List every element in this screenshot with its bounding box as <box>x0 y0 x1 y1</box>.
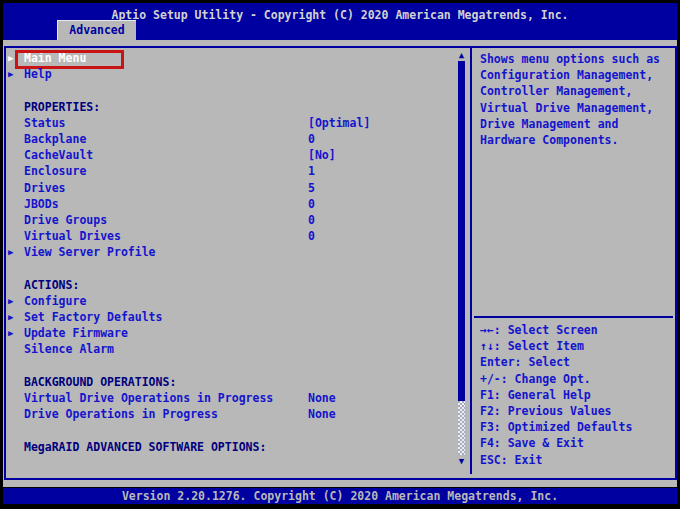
help-text: Shows menu options such as Configuration… <box>480 51 673 148</box>
bios-setup-screen: Aptio Setup Utility - Copyright (C) 2020… <box>0 0 680 509</box>
property-label: Drives <box>24 180 66 196</box>
property-label: Enclosure <box>24 163 86 179</box>
property-row-drive-operations[interactable]: Drive Operations in Progress None <box>8 406 456 422</box>
property-row-enclosure[interactable]: Enclosure 1 <box>8 163 456 179</box>
hotkey-legend: →←: Select Screen ↑↓: Select Item Enter:… <box>474 316 673 468</box>
property-value: 1 <box>308 163 315 179</box>
section-header-megaraid-options: MegaRAID ADVANCED SOFTWARE OPTIONS: <box>8 439 456 455</box>
property-value: 0 <box>308 228 315 244</box>
hotkey-f3-optimized-defaults: F3: Optimized Defaults <box>474 419 673 435</box>
section-label: BACKGROUND OPERATIONS: <box>24 374 176 390</box>
title-bar: Aptio Setup Utility - Copyright (C) 2020… <box>3 3 677 40</box>
property-label: Status <box>24 115 66 131</box>
item-arrow-icon: ▶ <box>8 66 22 82</box>
hotkey-select-item: ↑↓: Select Item <box>474 338 673 354</box>
menu-item-label: View Server Profile <box>24 244 156 260</box>
hotkey-esc-exit: ESC: Exit <box>474 452 673 468</box>
section-header-actions: ACTIONS: <box>8 277 456 293</box>
scroll-down-icon[interactable]: ▼ <box>456 455 467 467</box>
menu-item-label: Configure <box>24 293 86 309</box>
menu-item-view-server-profile[interactable]: ▶ View Server Profile <box>8 244 456 260</box>
help-panel: Shows menu options such as Configuration… <box>472 48 675 478</box>
property-value: None <box>308 406 336 422</box>
menu-item-main-menu[interactable]: ▶ Main Menu <box>8 50 456 66</box>
hotkey-f4-save-exit: F4: Save & Exit <box>474 435 673 451</box>
menu-item-help[interactable]: ▶ Help <box>8 66 456 82</box>
help-text-line: Configuration Management, <box>480 67 673 83</box>
help-text-line: Shows menu options such as <box>480 51 673 67</box>
hotkey-f1-general-help: F1: General Help <box>474 387 673 403</box>
footer-bar: Version 2.20.1276. Copyright (C) 2020 Am… <box>3 488 677 504</box>
tab-advanced[interactable]: Advanced <box>57 20 136 40</box>
hotkey-enter-select: Enter: Select <box>474 354 673 370</box>
help-text-line: Virtual Drive Management, <box>480 100 673 116</box>
help-text-line: Hardware Components. <box>480 132 673 148</box>
blank-row <box>8 82 456 98</box>
property-row-status[interactable]: Status [Optimal] <box>8 115 456 131</box>
footer-version-text: Version 2.20.1276. Copyright (C) 2020 Am… <box>3 488 677 504</box>
property-label: JBODs <box>24 196 59 212</box>
help-text-line: Controller Management, <box>480 83 673 99</box>
property-label: Drive Groups <box>24 212 107 228</box>
blank-row <box>8 358 456 374</box>
property-label: Virtual Drive Operations in Progress <box>24 390 273 406</box>
property-row-drive-groups[interactable]: Drive Groups 0 <box>8 212 456 228</box>
property-value: 0 <box>308 212 315 228</box>
menu-item-set-factory-defaults[interactable]: ▶ Set Factory Defaults <box>8 309 456 325</box>
menu-item-label: Help <box>24 66 52 82</box>
item-arrow-icon: ▶ <box>8 325 22 341</box>
property-row-drives[interactable]: Drives 5 <box>8 180 456 196</box>
blank-row <box>8 422 456 438</box>
menu-item-label: Silence Alarm <box>24 341 114 357</box>
menu-item-update-firmware[interactable]: ▶ Update Firmware <box>8 325 456 341</box>
menu-item-label: Set Factory Defaults <box>24 309 162 325</box>
item-arrow-icon: ▶ <box>8 293 22 309</box>
property-label: CacheVault <box>24 147 93 163</box>
property-label: Drive Operations in Progress <box>24 406 218 422</box>
scrollbar[interactable]: ▲ ▼ <box>456 49 467 471</box>
section-header-properties: PROPERTIES: <box>8 99 456 115</box>
property-row-backplane[interactable]: Backplane 0 <box>8 131 456 147</box>
menu-item-configure[interactable]: ▶ Configure <box>8 293 456 309</box>
item-arrow-icon: ▶ <box>8 244 22 260</box>
help-text-line: Drive Management and <box>480 116 673 132</box>
item-arrow-icon: ▶ <box>8 309 22 325</box>
hotkey-f2-previous-values: F2: Previous Values <box>474 403 673 419</box>
property-row-cachevault[interactable]: CacheVault [No] <box>8 147 456 163</box>
content-box: ▶ Main Menu ▶ Help PROPERTIES: Status [O… <box>4 46 677 480</box>
property-label: Backplane <box>24 131 86 147</box>
menu-item-silence-alarm[interactable]: Silence Alarm <box>8 341 456 357</box>
section-label: ACTIONS: <box>24 277 79 293</box>
section-label: PROPERTIES: <box>24 99 100 115</box>
property-value: 0 <box>308 196 315 212</box>
property-value: 5 <box>308 180 315 196</box>
scroll-up-icon[interactable]: ▲ <box>456 49 467 61</box>
property-value: [No] <box>308 147 336 163</box>
hotkey-select-screen: →←: Select Screen <box>474 322 673 338</box>
section-header-background-operations: BACKGROUND OPERATIONS: <box>8 374 456 390</box>
property-value: None <box>308 390 336 406</box>
property-row-vd-operations[interactable]: Virtual Drive Operations in Progress Non… <box>8 390 456 406</box>
menu-item-label: Update Firmware <box>24 325 128 341</box>
hotkey-change-opt: +/-: Change Opt. <box>474 371 673 387</box>
property-value: [Optimal] <box>308 115 370 131</box>
menu-list: ▶ Main Menu ▶ Help PROPERTIES: Status [O… <box>8 50 456 455</box>
property-label: Virtual Drives <box>24 228 121 244</box>
blank-row <box>8 260 456 276</box>
property-value: 0 <box>308 131 315 147</box>
scrollbar-track[interactable] <box>458 401 465 455</box>
property-row-jbods[interactable]: JBODs 0 <box>8 196 456 212</box>
section-label: MegaRAID ADVANCED SOFTWARE OPTIONS: <box>24 439 266 455</box>
scrollbar-thumb[interactable] <box>458 61 465 401</box>
main-area: ▶ Main Menu ▶ Help PROPERTIES: Status [O… <box>3 40 677 487</box>
property-row-virtual-drives[interactable]: Virtual Drives 0 <box>8 228 456 244</box>
